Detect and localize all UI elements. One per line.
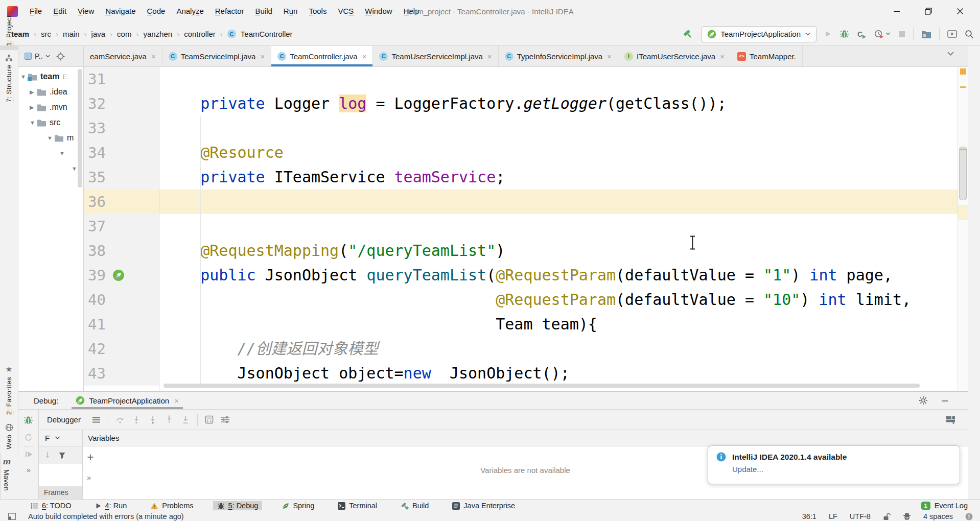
menu-icon[interactable] [92, 416, 101, 423]
menu-navigate[interactable]: Navigate [100, 0, 141, 22]
profiler-button[interactable] [874, 29, 891, 39]
close-icon[interactable]: × [174, 396, 179, 405]
add-watch-icon[interactable] [87, 454, 94, 461]
tree-item[interactable]: ▶.mvn [18, 100, 83, 115]
restore-button[interactable] [913, 0, 944, 22]
project-structure-button[interactable] [921, 30, 931, 39]
close-button[interactable] [944, 0, 976, 22]
tree-item[interactable]: ▼ [18, 161, 83, 176]
arrow-down-icon[interactable] [44, 452, 51, 459]
frames-header[interactable]: F [39, 430, 82, 446]
close-icon[interactable]: × [362, 52, 367, 61]
file-tab[interactable]: CTeamServiceImpl.java× [162, 46, 271, 66]
code-line[interactable]: 42 //创建返回对象模型 [84, 337, 958, 361]
file-tab[interactable]: eamService.java× [84, 46, 162, 66]
tree-item[interactable]: ▼teamE: [18, 69, 83, 84]
force-step-into-icon[interactable] [148, 415, 157, 424]
line-separator[interactable]: LF [829, 512, 837, 520]
tool-window-button-spring[interactable]: Spring [277, 501, 318, 510]
breadcrumb-item[interactable]: team [11, 30, 29, 38]
project-tree-scrollbar[interactable] [78, 69, 82, 187]
tree-item[interactable]: ▼ [18, 146, 83, 161]
indent-setting[interactable]: 4 spaces [923, 512, 953, 520]
update-notification[interactable]: IntelliJ IDEA 2020.1.4 available Update.… [708, 445, 960, 484]
rerun-icon[interactable] [24, 433, 33, 442]
code-line[interactable]: 31 [84, 67, 958, 91]
run-button[interactable] [824, 30, 832, 38]
resume-icon[interactable] [25, 451, 33, 458]
code-line[interactable]: 39 public JsonObject queryTeamList(@Requ… [84, 263, 958, 288]
editor-horizontal-scrollbar[interactable] [164, 384, 920, 388]
caret-position[interactable]: 36:1 [802, 512, 816, 520]
code-line[interactable]: 35 private ITeamService teamService; [84, 165, 958, 190]
chevron-collapsed-icon[interactable]: ▶ [30, 89, 37, 96]
code-line[interactable]: 37 [84, 214, 958, 239]
code-line[interactable]: 40 @RequestParam(defaultValue = "10") in… [84, 288, 958, 312]
debugger-tab-label[interactable]: Debugger [47, 415, 81, 424]
menu-code[interactable]: Code [142, 0, 171, 22]
search-everywhere-button[interactable] [965, 30, 974, 39]
tree-item[interactable]: ▼m [18, 130, 83, 146]
debug-button[interactable] [839, 29, 849, 39]
menu-edit[interactable]: Edit [48, 0, 72, 22]
code-line[interactable]: 43 JsonObject object=new JsonObject(); [84, 361, 958, 386]
chevron-expanded-icon[interactable]: ▼ [30, 120, 37, 126]
code-editor[interactable]: 3132 private Logger log = LoggerFactory.… [84, 67, 958, 391]
build-hammer-icon[interactable] [683, 29, 694, 40]
step-out-icon[interactable] [165, 415, 174, 424]
spring-mapping-gutter-icon[interactable] [112, 269, 125, 281]
menu-analyze[interactable]: Analyze [171, 0, 209, 22]
warning-stripe-mark[interactable] [960, 68, 966, 75]
layout-settings-icon[interactable] [946, 415, 955, 424]
frames-footer-label[interactable]: Frames [39, 486, 82, 499]
file-tab[interactable]: IITeamUserService.java× [618, 46, 731, 66]
tool-window-button-javaenterprise[interactable]: Java Enterprise [448, 501, 519, 510]
code-line[interactable]: 38 @RequestMapping("/queryTeamList") [84, 239, 958, 263]
breadcrumb-item[interactable]: java [91, 30, 106, 38]
menu-file[interactable]: File [24, 0, 48, 22]
menu-window[interactable]: Window [359, 0, 398, 22]
filter-funnel-icon[interactable] [58, 452, 66, 459]
chevron-expanded-icon[interactable]: ▼ [20, 74, 28, 80]
more-chevron-icon[interactable]: » [27, 465, 30, 474]
file-encoding[interactable]: UTF-8 [850, 512, 871, 520]
locate-file-icon[interactable] [56, 52, 65, 61]
tool-window-button-debug[interactable]: 5: Debug [213, 501, 263, 510]
chevron-collapsed-icon[interactable]: ▶ [30, 104, 37, 111]
breadcrumb-item[interactable]: yanzhen [143, 30, 172, 38]
inspections-hector-icon[interactable] [903, 513, 911, 520]
step-into-icon[interactable] [132, 415, 141, 424]
stop-button[interactable] [898, 31, 905, 38]
run-with-coverage-button[interactable]: C [857, 30, 867, 39]
menu-vcs[interactable]: VCS [332, 0, 359, 22]
step-over-icon[interactable] [115, 415, 125, 424]
tool-window-toggle-icon[interactable] [8, 513, 16, 520]
run-configuration-select[interactable]: TeamProjectApplication [702, 26, 816, 42]
tool-window-button-problems[interactable]: Problems [146, 501, 197, 510]
debug-session-tab[interactable]: TeamProjectApplication × [72, 392, 183, 409]
file-tab[interactable]: CTypeInfoServiceImpl.java× [499, 46, 618, 66]
code-line[interactable]: 41 Team team){ [84, 312, 958, 337]
tool-window-button-structure[interactable]: 7: Structure [0, 50, 18, 106]
code-line[interactable]: 34 @Resource [84, 140, 958, 165]
menu-build[interactable]: Build [249, 0, 277, 22]
tool-window-button-web[interactable]: Web [0, 419, 18, 453]
breadcrumb-item[interactable]: controller [184, 30, 216, 38]
run-anything-button[interactable] [947, 30, 957, 38]
warning-stripe-mark[interactable] [960, 86, 966, 88]
run-to-cursor-icon[interactable] [181, 415, 190, 424]
minimize-button[interactable] [881, 0, 913, 22]
mute-breakpoints-icon[interactable] [221, 416, 230, 423]
gear-icon[interactable] [919, 396, 928, 405]
status-message[interactable]: Auto build completed with errors (a minu… [28, 512, 184, 520]
breadcrumb-item[interactable]: main [63, 30, 80, 38]
close-icon[interactable]: × [260, 52, 265, 61]
close-icon[interactable]: × [151, 52, 156, 61]
menu-tools[interactable]: Tools [303, 0, 332, 22]
event-log-button[interactable]: 1Event Log [921, 502, 968, 510]
menu-run[interactable]: Run [278, 0, 304, 22]
breadcrumb-item[interactable]: TeamController [241, 30, 293, 38]
editor-scrollbar-thumb[interactable] [959, 147, 967, 200]
tool-window-button-terminal[interactable]: Terminal [334, 501, 381, 510]
readonly-lock-icon[interactable] [883, 513, 891, 520]
